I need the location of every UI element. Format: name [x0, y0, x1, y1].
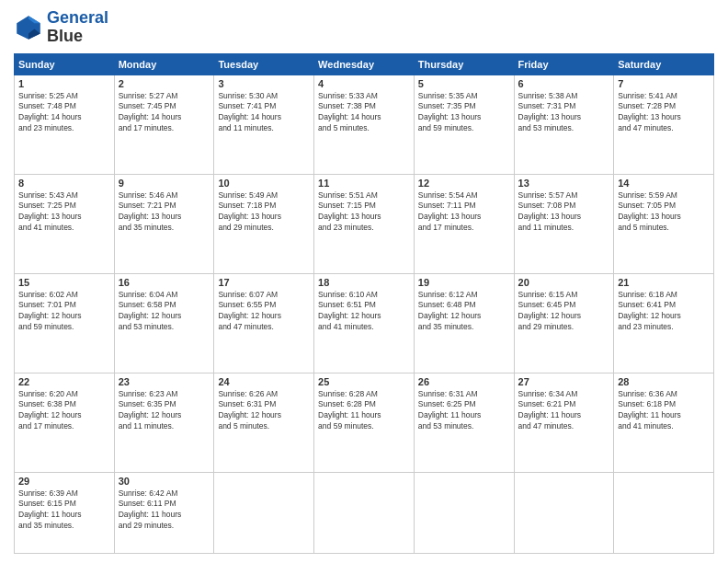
cell-content: Sunrise: 6:23 AMSunset: 6:35 PMDaylight:…	[119, 389, 210, 433]
cell-content: Sunrise: 6:04 AMSunset: 6:58 PMDaylight:…	[119, 290, 210, 334]
cell-content: Sunrise: 6:36 AMSunset: 6:18 PMDaylight:…	[618, 389, 710, 433]
cell-content: Sunrise: 5:54 AMSunset: 7:11 PMDaylight:…	[418, 190, 510, 235]
cell-content: Sunrise: 5:30 AMSunset: 7:41 PMDaylight:…	[218, 91, 310, 135]
cell-content: Sunrise: 5:38 AMSunset: 7:31 PMDaylight:…	[518, 91, 610, 135]
calendar-cell: 12Sunrise: 5:54 AMSunset: 7:11 PMDayligh…	[414, 174, 514, 273]
day-number: 28	[618, 376, 710, 387]
calendar-cell: 8Sunrise: 5:43 AMSunset: 7:25 PMDaylight…	[15, 174, 115, 273]
calendar-cell: 30Sunrise: 6:42 AMSunset: 6:11 PMDayligh…	[114, 472, 214, 553]
cell-content: Sunrise: 5:43 AMSunset: 7:25 PMDaylight:…	[18, 190, 110, 235]
col-header-monday: Monday	[114, 53, 214, 75]
cell-content: Sunrise: 5:33 AMSunset: 7:38 PMDaylight:…	[318, 91, 410, 135]
calendar-cell: 9Sunrise: 5:46 AMSunset: 7:21 PMDaylight…	[114, 174, 214, 273]
calendar-table: SundayMondayTuesdayWednesdayThursdayFrid…	[14, 53, 714, 554]
calendar-cell: 10Sunrise: 5:49 AMSunset: 7:18 PMDayligh…	[214, 174, 314, 273]
cell-content: Sunrise: 6:12 AMSunset: 6:48 PMDaylight:…	[418, 290, 510, 334]
calendar-cell	[214, 472, 314, 553]
calendar-cell: 14Sunrise: 5:59 AMSunset: 7:05 PMDayligh…	[614, 174, 714, 273]
calendar-cell: 13Sunrise: 5:57 AMSunset: 7:08 PMDayligh…	[514, 174, 614, 273]
day-number: 2	[119, 78, 210, 89]
cell-content: Sunrise: 6:39 AMSunset: 6:15 PMDaylight:…	[18, 488, 110, 533]
day-number: 14	[618, 178, 710, 189]
calendar-cell	[414, 472, 514, 553]
calendar-cell: 15Sunrise: 6:02 AMSunset: 7:01 PMDayligh…	[15, 273, 115, 373]
calendar-cell	[314, 472, 415, 553]
calendar-cell: 5Sunrise: 5:35 AMSunset: 7:35 PMDaylight…	[414, 75, 514, 174]
cell-content: Sunrise: 5:51 AMSunset: 7:15 PMDaylight:…	[318, 190, 410, 235]
day-number: 3	[218, 78, 310, 89]
calendar-cell: 28Sunrise: 6:36 AMSunset: 6:18 PMDayligh…	[614, 373, 714, 472]
calendar-cell: 3Sunrise: 5:30 AMSunset: 7:41 PMDaylight…	[214, 75, 314, 174]
day-number: 10	[218, 178, 310, 189]
day-number: 21	[618, 277, 710, 288]
day-number: 27	[518, 376, 610, 387]
logo-icon	[14, 13, 43, 42]
calendar-cell: 27Sunrise: 6:34 AMSunset: 6:21 PMDayligh…	[514, 373, 614, 472]
day-number: 6	[518, 78, 610, 89]
calendar-cell: 4Sunrise: 5:33 AMSunset: 7:38 PMDaylight…	[314, 75, 415, 174]
cell-content: Sunrise: 6:28 AMSunset: 6:28 PMDaylight:…	[318, 389, 410, 433]
calendar-cell: 24Sunrise: 6:26 AMSunset: 6:31 PMDayligh…	[214, 373, 314, 472]
cell-content: Sunrise: 5:46 AMSunset: 7:21 PMDaylight:…	[119, 190, 210, 235]
day-number: 9	[119, 178, 210, 189]
day-number: 29	[18, 476, 110, 487]
calendar-cell: 16Sunrise: 6:04 AMSunset: 6:58 PMDayligh…	[114, 273, 214, 373]
cell-content: Sunrise: 6:31 AMSunset: 6:25 PMDaylight:…	[418, 389, 510, 433]
calendar-cell: 11Sunrise: 5:51 AMSunset: 7:15 PMDayligh…	[314, 174, 415, 273]
day-number: 4	[318, 78, 410, 89]
col-header-saturday: Saturday	[614, 53, 714, 75]
day-number: 16	[119, 277, 210, 288]
col-header-friday: Friday	[514, 53, 614, 75]
day-number: 25	[318, 376, 410, 387]
calendar-cell: 1Sunrise: 5:25 AMSunset: 7:48 PMDaylight…	[15, 75, 115, 174]
calendar-cell: 22Sunrise: 6:20 AMSunset: 6:38 PMDayligh…	[15, 373, 115, 472]
cell-content: Sunrise: 6:10 AMSunset: 6:51 PMDaylight:…	[318, 290, 410, 334]
day-number: 15	[18, 277, 110, 288]
calendar-cell: 21Sunrise: 6:18 AMSunset: 6:41 PMDayligh…	[614, 273, 714, 373]
day-number: 17	[218, 277, 310, 288]
day-number: 24	[218, 376, 310, 387]
cell-content: Sunrise: 6:15 AMSunset: 6:45 PMDaylight:…	[518, 290, 610, 334]
cell-content: Sunrise: 5:25 AMSunset: 7:48 PMDaylight:…	[18, 91, 110, 135]
day-number: 22	[18, 376, 110, 387]
day-number: 5	[418, 78, 510, 89]
calendar-cell: 23Sunrise: 6:23 AMSunset: 6:35 PMDayligh…	[114, 373, 214, 472]
cell-content: Sunrise: 5:35 AMSunset: 7:35 PMDaylight:…	[418, 91, 510, 135]
logo: General Blue	[14, 9, 108, 46]
calendar-cell: 20Sunrise: 6:15 AMSunset: 6:45 PMDayligh…	[514, 273, 614, 373]
calendar-cell: 26Sunrise: 6:31 AMSunset: 6:25 PMDayligh…	[414, 373, 514, 472]
cell-content: Sunrise: 5:57 AMSunset: 7:08 PMDaylight:…	[518, 190, 610, 235]
day-number: 13	[518, 178, 610, 189]
day-number: 7	[618, 78, 710, 89]
day-number: 11	[318, 178, 410, 189]
calendar-cell: 19Sunrise: 6:12 AMSunset: 6:48 PMDayligh…	[414, 273, 514, 373]
calendar-cell: 18Sunrise: 6:10 AMSunset: 6:51 PMDayligh…	[314, 273, 415, 373]
day-number: 26	[418, 376, 510, 387]
calendar-cell: 25Sunrise: 6:28 AMSunset: 6:28 PMDayligh…	[314, 373, 415, 472]
day-number: 19	[418, 277, 510, 288]
calendar-cell	[614, 472, 714, 553]
calendar-cell: 2Sunrise: 5:27 AMSunset: 7:45 PMDaylight…	[114, 75, 214, 174]
cell-content: Sunrise: 5:27 AMSunset: 7:45 PMDaylight:…	[119, 91, 210, 135]
cell-content: Sunrise: 6:02 AMSunset: 7:01 PMDaylight:…	[18, 290, 110, 334]
cell-content: Sunrise: 6:26 AMSunset: 6:31 PMDaylight:…	[218, 389, 310, 433]
col-header-tuesday: Tuesday	[214, 53, 314, 75]
day-number: 18	[318, 277, 410, 288]
header: General Blue	[14, 9, 714, 46]
calendar-cell: 6Sunrise: 5:38 AMSunset: 7:31 PMDaylight…	[514, 75, 614, 174]
page: General Blue SundayMondayTuesdayWednesda…	[0, 0, 728, 563]
day-number: 1	[18, 78, 110, 89]
day-number: 30	[119, 476, 210, 487]
calendar-cell: 7Sunrise: 5:41 AMSunset: 7:28 PMDaylight…	[614, 75, 714, 174]
day-number: 23	[119, 376, 210, 387]
cell-content: Sunrise: 6:18 AMSunset: 6:41 PMDaylight:…	[618, 290, 710, 334]
logo-text: General Blue	[47, 9, 108, 46]
calendar-cell: 17Sunrise: 6:07 AMSunset: 6:55 PMDayligh…	[214, 273, 314, 373]
cell-content: Sunrise: 5:41 AMSunset: 7:28 PMDaylight:…	[618, 91, 710, 135]
calendar-cell	[514, 472, 614, 553]
day-number: 8	[18, 178, 110, 189]
day-number: 20	[518, 277, 610, 288]
day-number: 12	[418, 178, 510, 189]
calendar-cell: 29Sunrise: 6:39 AMSunset: 6:15 PMDayligh…	[15, 472, 115, 553]
col-header-thursday: Thursday	[414, 53, 514, 75]
